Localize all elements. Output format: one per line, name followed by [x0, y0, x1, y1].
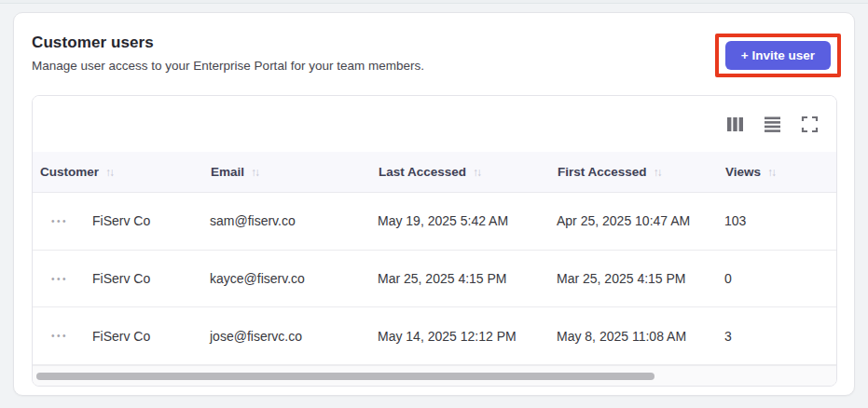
email-cell: sam@fiserv.co — [210, 213, 378, 228]
customer-cell: ••• FiServ Co — [39, 212, 210, 230]
views-cell: 103 — [724, 213, 836, 228]
row-actions-dots-icon[interactable]: ••• — [51, 270, 77, 288]
sort-icon[interactable]: ↑↓ — [767, 166, 777, 179]
adjacent-card-edge — [0, 0, 868, 4]
row-actions-dots-icon[interactable]: ••• — [51, 327, 77, 345]
sort-icon[interactable]: ↑↓ — [105, 166, 115, 179]
column-header[interactable]: Last Accessed ↑↓ — [378, 165, 557, 179]
column-header[interactable]: Views ↑↓ — [724, 165, 836, 179]
views-cell: 3 — [724, 329, 836, 344]
last-accessed-cell: May 14, 2025 12:12 PM — [378, 329, 557, 344]
first-accessed-cell: Apr 25, 2025 10:47 AM — [557, 213, 724, 228]
page-title: Customer users — [32, 34, 424, 52]
last-accessed-cell: May 19, 2025 5:42 AM — [378, 213, 557, 228]
customer-name: FiServ Co — [92, 213, 150, 228]
density-icon[interactable] — [764, 116, 781, 133]
row-actions-dots-icon[interactable]: ••• — [51, 212, 77, 230]
table-toolbar — [33, 96, 836, 152]
column-header-label: Email — [211, 165, 244, 179]
views-cell: 0 — [724, 271, 836, 286]
column-header-label: Customer — [40, 165, 99, 179]
invite-user-button[interactable]: + Invite user — [725, 41, 831, 70]
first-accessed-cell: May 8, 2025 11:08 AM — [557, 329, 724, 344]
horizontal-scrollbar — [33, 365, 836, 386]
users-table-container: Customer ↑↓ Email ↑↓ Last Accessed ↑↓ Fi… — [32, 95, 837, 387]
scrollbar-track[interactable] — [35, 372, 834, 381]
last-accessed-cell: Mar 25, 2025 4:15 PM — [378, 271, 557, 286]
customer-users-panel: Customer users Manage user access to you… — [13, 12, 855, 396]
column-header-label: First Accessed — [558, 165, 647, 179]
column-header[interactable]: Email ↑↓ — [210, 165, 378, 179]
sort-icon[interactable]: ↑↓ — [251, 166, 260, 179]
sort-icon[interactable]: ↑↓ — [473, 166, 482, 179]
table-body: ••• FiServ Co sam@fiserv.co May 19, 2025… — [33, 193, 836, 365]
customer-name: FiServ Co — [92, 329, 150, 344]
column-header[interactable]: First Accessed ↑↓ — [557, 165, 724, 179]
table-header-row: Customer ↑↓ Email ↑↓ Last Accessed ↑↓ Fi… — [33, 152, 836, 193]
column-header-label: Views — [725, 165, 761, 179]
email-cell: jose@fiservc.co — [210, 329, 378, 344]
columns-icon[interactable] — [726, 116, 744, 133]
column-header[interactable]: Customer ↑↓ — [39, 165, 210, 179]
scrollbar-thumb[interactable] — [36, 373, 654, 380]
table-row: ••• FiServ Co sam@fiserv.co May 19, 2025… — [33, 193, 836, 251]
first-accessed-cell: Mar 25, 2025 4:15 PM — [557, 271, 724, 286]
customer-cell: ••• FiServ Co — [39, 270, 210, 288]
sort-icon[interactable]: ↑↓ — [654, 166, 663, 179]
table-row: ••• FiServ Co jose@fiservc.co May 14, 20… — [33, 307, 836, 365]
fullscreen-icon[interactable] — [801, 116, 819, 133]
table-row: ••• FiServ Co kayce@fiserv.co Mar 25, 20… — [33, 251, 836, 308]
customer-cell: ••• FiServ Co — [39, 327, 210, 345]
customer-name: FiServ Co — [92, 271, 150, 286]
email-cell: kayce@fiserv.co — [210, 271, 378, 286]
panel-header-text: Customer users Manage user access to you… — [32, 34, 424, 73]
panel-header: Customer users Manage user access to you… — [14, 13, 854, 77]
annotation-highlight: + Invite user — [715, 34, 841, 77]
column-header-label: Last Accessed — [379, 165, 466, 179]
page-subtitle: Manage user access to your Enterprise Po… — [32, 59, 424, 73]
